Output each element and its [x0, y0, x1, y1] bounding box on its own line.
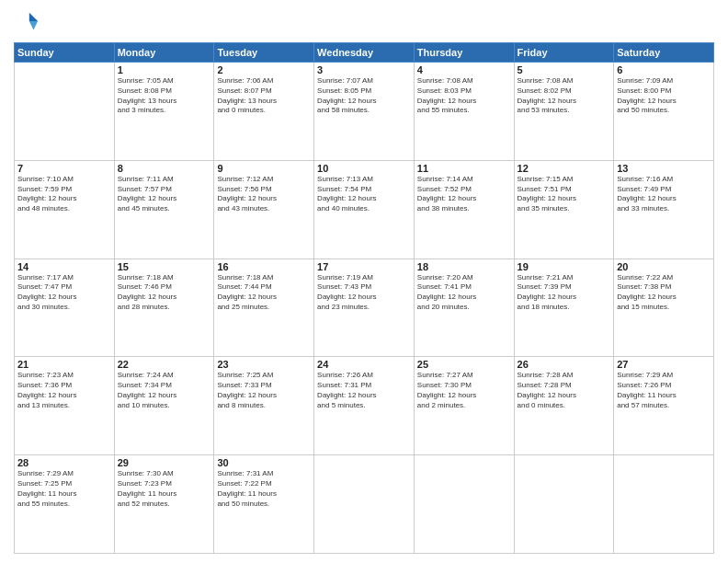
calendar-cell: 13Sunrise: 7:16 AM Sunset: 7:49 PM Dayli… — [614, 160, 714, 259]
calendar-cell: 28Sunrise: 7:29 AM Sunset: 7:25 PM Dayli… — [15, 455, 115, 554]
svg-marker-1 — [29, 21, 38, 29]
cell-content: Sunrise: 7:26 AM Sunset: 7:31 PM Dayligh… — [317, 371, 411, 410]
day-number: 17 — [317, 261, 411, 272]
calendar-cell — [414, 455, 514, 554]
cell-content: Sunrise: 7:22 AM Sunset: 7:38 PM Dayligh… — [617, 273, 711, 313]
day-number: 10 — [317, 163, 411, 174]
calendar-cell: 2Sunrise: 7:06 AM Sunset: 8:07 PM Daylig… — [214, 63, 314, 161]
calendar-cell: 20Sunrise: 7:22 AM Sunset: 7:38 PM Dayli… — [614, 259, 714, 357]
cell-content: Sunrise: 7:25 AM Sunset: 7:33 PM Dayligh… — [217, 371, 311, 410]
calendar-table: SundayMondayTuesdayWednesdayThursdayFrid… — [14, 42, 714, 554]
day-number: 28 — [17, 457, 111, 468]
calendar-cell: 8Sunrise: 7:11 AM Sunset: 7:57 PM Daylig… — [114, 160, 214, 259]
cell-content: Sunrise: 7:24 AM Sunset: 7:34 PM Dayligh… — [118, 371, 211, 410]
calendar-cell — [15, 63, 115, 161]
calendar-cell — [314, 455, 415, 554]
day-number: 12 — [518, 163, 611, 174]
cell-content: Sunrise: 7:11 AM Sunset: 7:57 PM Dayligh… — [118, 175, 211, 214]
weekday-header-tuesday: Tuesday — [214, 43, 314, 63]
cell-content: Sunrise: 7:31 AM Sunset: 7:22 PM Dayligh… — [217, 469, 311, 509]
cell-content: Sunrise: 7:23 AM Sunset: 7:36 PM Dayligh… — [17, 371, 111, 410]
weekday-header-row: SundayMondayTuesdayWednesdayThursdayFrid… — [15, 43, 714, 63]
cell-content: Sunrise: 7:29 AM Sunset: 7:25 PM Dayligh… — [17, 469, 111, 509]
day-number: 25 — [417, 359, 511, 370]
day-number: 23 — [217, 359, 311, 370]
cell-content: Sunrise: 7:21 AM Sunset: 7:39 PM Dayligh… — [518, 273, 611, 313]
cell-content: Sunrise: 7:30 AM Sunset: 7:23 PM Dayligh… — [118, 469, 211, 509]
cell-content: Sunrise: 7:20 AM Sunset: 7:41 PM Dayligh… — [417, 273, 511, 313]
day-number: 14 — [17, 261, 111, 272]
day-number: 26 — [518, 359, 611, 370]
calendar-cell: 17Sunrise: 7:19 AM Sunset: 7:43 PM Dayli… — [314, 259, 415, 357]
calendar-cell: 27Sunrise: 7:29 AM Sunset: 7:26 PM Dayli… — [614, 357, 714, 455]
day-number: 27 — [617, 359, 711, 370]
day-number: 9 — [217, 163, 311, 174]
calendar-cell: 30Sunrise: 7:31 AM Sunset: 7:22 PM Dayli… — [214, 455, 314, 554]
cell-content: Sunrise: 7:17 AM Sunset: 7:47 PM Dayligh… — [17, 273, 111, 313]
calendar-cell: 24Sunrise: 7:26 AM Sunset: 7:31 PM Dayli… — [314, 357, 415, 455]
cell-content: Sunrise: 7:29 AM Sunset: 7:26 PM Dayligh… — [617, 371, 711, 410]
day-number: 5 — [518, 64, 611, 75]
calendar-cell: 9Sunrise: 7:12 AM Sunset: 7:56 PM Daylig… — [214, 160, 314, 259]
logo-icon — [14, 9, 40, 35]
calendar-cell: 12Sunrise: 7:15 AM Sunset: 7:51 PM Dayli… — [514, 160, 614, 259]
day-number: 3 — [317, 64, 411, 75]
cell-content: Sunrise: 7:15 AM Sunset: 7:51 PM Dayligh… — [518, 175, 611, 214]
calendar-cell: 21Sunrise: 7:23 AM Sunset: 7:36 PM Dayli… — [15, 357, 115, 455]
week-row-2: 7Sunrise: 7:10 AM Sunset: 7:59 PM Daylig… — [15, 160, 714, 259]
calendar-cell: 5Sunrise: 7:08 AM Sunset: 8:02 PM Daylig… — [514, 63, 614, 161]
calendar-cell: 3Sunrise: 7:07 AM Sunset: 8:05 PM Daylig… — [314, 63, 415, 161]
day-number: 11 — [417, 163, 511, 174]
week-row-4: 21Sunrise: 7:23 AM Sunset: 7:36 PM Dayli… — [15, 357, 714, 455]
cell-content: Sunrise: 7:27 AM Sunset: 7:30 PM Dayligh… — [417, 371, 511, 410]
weekday-header-thursday: Thursday — [414, 43, 514, 63]
cell-content: Sunrise: 7:05 AM Sunset: 8:08 PM Dayligh… — [118, 76, 211, 116]
calendar-cell: 23Sunrise: 7:25 AM Sunset: 7:33 PM Dayli… — [214, 357, 314, 455]
svg-marker-0 — [29, 13, 38, 21]
calendar-cell: 1Sunrise: 7:05 AM Sunset: 8:08 PM Daylig… — [114, 63, 214, 161]
day-number: 18 — [417, 261, 511, 272]
week-row-5: 28Sunrise: 7:29 AM Sunset: 7:25 PM Dayli… — [15, 455, 714, 554]
calendar-cell: 19Sunrise: 7:21 AM Sunset: 7:39 PM Dayli… — [514, 259, 614, 357]
day-number: 7 — [17, 163, 111, 174]
day-number: 2 — [217, 64, 311, 75]
cell-content: Sunrise: 7:16 AM Sunset: 7:49 PM Dayligh… — [617, 175, 711, 214]
calendar-cell: 25Sunrise: 7:27 AM Sunset: 7:30 PM Dayli… — [414, 357, 514, 455]
cell-content: Sunrise: 7:10 AM Sunset: 7:59 PM Dayligh… — [17, 175, 111, 214]
cell-content: Sunrise: 7:18 AM Sunset: 7:44 PM Dayligh… — [217, 273, 311, 313]
calendar-cell: 22Sunrise: 7:24 AM Sunset: 7:34 PM Dayli… — [114, 357, 214, 455]
day-number: 8 — [118, 163, 211, 174]
calendar-cell: 16Sunrise: 7:18 AM Sunset: 7:44 PM Dayli… — [214, 259, 314, 357]
cell-content: Sunrise: 7:08 AM Sunset: 8:02 PM Dayligh… — [518, 76, 611, 116]
cell-content: Sunrise: 7:06 AM Sunset: 8:07 PM Dayligh… — [217, 76, 311, 116]
cell-content: Sunrise: 7:07 AM Sunset: 8:05 PM Dayligh… — [317, 76, 411, 116]
calendar-cell: 7Sunrise: 7:10 AM Sunset: 7:59 PM Daylig… — [15, 160, 115, 259]
weekday-header-monday: Monday — [114, 43, 214, 63]
calendar-cell: 10Sunrise: 7:13 AM Sunset: 7:54 PM Dayli… — [314, 160, 415, 259]
day-number: 4 — [417, 64, 511, 75]
cell-content: Sunrise: 7:19 AM Sunset: 7:43 PM Dayligh… — [317, 273, 411, 313]
header — [14, 9, 714, 35]
week-row-1: 1Sunrise: 7:05 AM Sunset: 8:08 PM Daylig… — [15, 63, 714, 161]
day-number: 29 — [118, 457, 211, 468]
cell-content: Sunrise: 7:28 AM Sunset: 7:28 PM Dayligh… — [518, 371, 611, 410]
cell-content: Sunrise: 7:09 AM Sunset: 8:00 PM Dayligh… — [617, 76, 711, 116]
day-number: 6 — [617, 64, 711, 75]
day-number: 19 — [518, 261, 611, 272]
weekday-header-sunday: Sunday — [15, 43, 115, 63]
cell-content: Sunrise: 7:14 AM Sunset: 7:52 PM Dayligh… — [417, 175, 511, 214]
calendar-cell: 11Sunrise: 7:14 AM Sunset: 7:52 PM Dayli… — [414, 160, 514, 259]
weekday-header-friday: Friday — [514, 43, 614, 63]
page: SundayMondayTuesdayWednesdayThursdayFrid… — [0, 0, 728, 563]
cell-content: Sunrise: 7:12 AM Sunset: 7:56 PM Dayligh… — [217, 175, 311, 214]
calendar-cell: 6Sunrise: 7:09 AM Sunset: 8:00 PM Daylig… — [614, 63, 714, 161]
calendar-cell: 15Sunrise: 7:18 AM Sunset: 7:46 PM Dayli… — [114, 259, 214, 357]
day-number: 24 — [317, 359, 411, 370]
cell-content: Sunrise: 7:08 AM Sunset: 8:03 PM Dayligh… — [417, 76, 511, 116]
day-number: 1 — [118, 64, 211, 75]
day-number: 22 — [118, 359, 211, 370]
logo — [14, 9, 41, 35]
cell-content: Sunrise: 7:18 AM Sunset: 7:46 PM Dayligh… — [118, 273, 211, 313]
day-number: 15 — [118, 261, 211, 272]
week-row-3: 14Sunrise: 7:17 AM Sunset: 7:47 PM Dayli… — [15, 259, 714, 357]
